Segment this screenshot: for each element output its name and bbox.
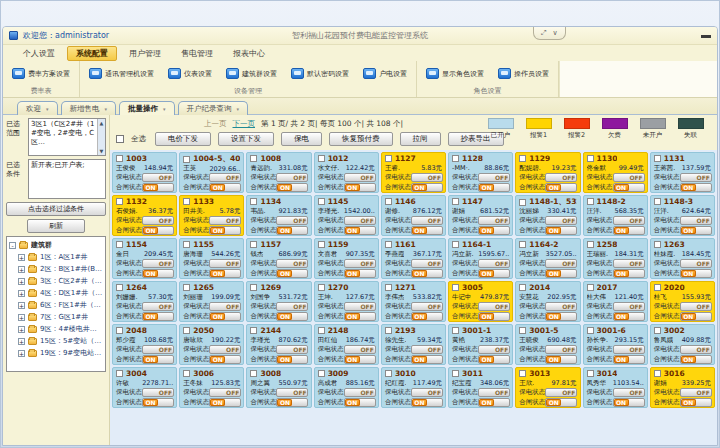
close-status-toggle[interactable]: ON: [411, 269, 443, 278]
tab-dropdown-icon[interactable]: ▾: [105, 106, 108, 112]
supply-status-toggle[interactable]: OFF: [276, 259, 308, 268]
ribbon-button-默认密码设置[interactable]: 默认密码设置: [288, 66, 352, 81]
close-status-toggle[interactable]: ON: [344, 269, 376, 278]
supply-status-toggle[interactable]: OFF: [680, 173, 712, 182]
expand-icon[interactable]: +: [18, 350, 25, 357]
close-status-toggle[interactable]: ON: [680, 312, 712, 321]
card-checkbox[interactable]: [519, 370, 526, 377]
ribbon-button-费率方案设置[interactable]: 费率方案设置: [9, 66, 73, 81]
supply-status-toggle[interactable]: OFF: [478, 345, 510, 354]
card-checkbox[interactable]: [183, 284, 190, 291]
supply-status-toggle[interactable]: OFF: [478, 259, 510, 268]
close-status-toggle[interactable]: ON: [276, 226, 308, 235]
close-status-toggle[interactable]: ON: [613, 398, 645, 407]
supply-status-toggle[interactable]: OFF: [478, 173, 510, 182]
card-checkbox[interactable]: [385, 198, 392, 205]
expand-icon[interactable]: +: [18, 266, 25, 273]
tab-开户纪录查询[interactable]: 开户纪录查询▾: [178, 101, 249, 115]
supply-status-toggle[interactable]: OFF: [545, 345, 577, 354]
close-status-toggle[interactable]: ON: [613, 226, 645, 235]
close-status-toggle[interactable]: ON: [478, 226, 510, 235]
supply-status-toggle[interactable]: OFF: [680, 302, 712, 311]
supply-status-toggle[interactable]: OFF: [344, 173, 376, 182]
supply-status-toggle[interactable]: OFF: [209, 302, 241, 311]
select-all-checkbox[interactable]: [116, 135, 124, 143]
close-status-toggle[interactable]: ON: [209, 226, 241, 235]
card-checkbox[interactable]: [318, 284, 325, 291]
card-checkbox[interactable]: [318, 241, 325, 248]
quick-access-toolbar[interactable]: ⤢ ∨: [533, 27, 566, 40]
close-status-toggle[interactable]: ON: [478, 398, 510, 407]
card-checkbox[interactable]: [318, 155, 325, 162]
supply-status-toggle[interactable]: OFF: [276, 388, 308, 397]
close-status-toggle[interactable]: ON: [680, 355, 712, 364]
card-checkbox[interactable]: [318, 370, 325, 377]
close-status-toggle[interactable]: ON: [411, 183, 443, 192]
scroll-down-icon[interactable]: ▼: [100, 148, 104, 154]
card-checkbox[interactable]: [587, 198, 594, 205]
supply-status-toggle[interactable]: OFF: [411, 302, 443, 311]
next-page-link[interactable]: 下一页: [233, 119, 256, 129]
card-checkbox[interactable]: [654, 327, 661, 334]
tree-item[interactable]: +9区：4#楼电井（4#楼…: [9, 323, 103, 335]
choose-filter-button[interactable]: 点击选择过滤条件: [6, 202, 106, 216]
card-checkbox[interactable]: [587, 327, 594, 334]
supply-status-toggle[interactable]: OFF: [680, 216, 712, 225]
menu-item-售电管理[interactable]: 售电管理: [173, 47, 221, 60]
supply-status-toggle[interactable]: OFF: [545, 259, 577, 268]
close-status-toggle[interactable]: ON: [680, 226, 712, 235]
close-status-toggle[interactable]: ON: [680, 269, 712, 278]
expand-icon[interactable]: +: [18, 290, 25, 297]
close-status-toggle[interactable]: ON: [209, 398, 241, 407]
close-status-toggle[interactable]: ON: [613, 183, 645, 192]
close-status-toggle[interactable]: ON: [545, 355, 577, 364]
ribbon-button-显示角色设置[interactable]: 显示角色设置: [423, 66, 487, 81]
card-checkbox[interactable]: [519, 241, 526, 248]
supply-status-toggle[interactable]: OFF: [142, 345, 174, 354]
close-status-toggle[interactable]: ON: [142, 183, 174, 192]
card-checkbox[interactable]: [654, 198, 661, 205]
expand-icon[interactable]: +: [18, 302, 25, 309]
card-checkbox[interactable]: [385, 241, 392, 248]
supply-status-toggle[interactable]: OFF: [613, 259, 645, 268]
tree-item[interactable]: +2区：B区1#井(B区1#…: [9, 263, 103, 275]
action-button-恢复预付费[interactable]: 恢复预付费: [329, 132, 393, 146]
card-checkbox[interactable]: [250, 327, 257, 334]
supply-status-toggle[interactable]: OFF: [613, 302, 645, 311]
supply-status-toggle[interactable]: OFF: [613, 173, 645, 182]
close-status-toggle[interactable]: ON: [209, 183, 241, 192]
supply-status-toggle[interactable]: OFF: [680, 259, 712, 268]
supply-status-toggle[interactable]: OFF: [209, 216, 241, 225]
supply-status-toggle[interactable]: OFF: [276, 302, 308, 311]
supply-status-toggle[interactable]: OFF: [613, 216, 645, 225]
selected-condition-listbox[interactable]: 新开表;已开户表;: [28, 159, 106, 199]
close-status-toggle[interactable]: ON: [478, 183, 510, 192]
action-button-拉闸[interactable]: 拉闸: [400, 132, 441, 146]
card-checkbox[interactable]: [116, 327, 123, 334]
card-checkbox[interactable]: [452, 370, 459, 377]
tree-item[interactable]: +15区：5#变站（3#变…: [9, 335, 103, 347]
tree-item[interactable]: +1区：A区1#井: [9, 251, 103, 263]
card-checkbox[interactable]: [519, 327, 526, 334]
ribbon-button-仪表设置[interactable]: 仪表设置: [165, 66, 215, 81]
supply-status-toggle[interactable]: OFF: [411, 388, 443, 397]
close-status-toggle[interactable]: ON: [478, 269, 510, 278]
supply-status-toggle[interactable]: OFF: [478, 302, 510, 311]
card-checkbox[interactable]: [587, 370, 594, 377]
close-status-toggle[interactable]: ON: [680, 398, 712, 407]
ribbon-button-建筑群设置[interactable]: 建筑群设置: [223, 66, 280, 81]
ribbon-button-户电设置[interactable]: 户电设置: [360, 66, 410, 81]
supply-status-toggle[interactable]: OFF: [680, 345, 712, 354]
action-button-电价下发[interactable]: 电价下发: [155, 132, 211, 146]
close-status-toggle[interactable]: ON: [411, 355, 443, 364]
supply-status-toggle[interactable]: OFF: [478, 216, 510, 225]
card-checkbox[interactable]: [654, 241, 661, 248]
expand-icon[interactable]: +: [18, 314, 25, 321]
selected-range-listbox[interactable]: 3区1（C区2#井（1#变电，2#变电，C区… ▲ ▼: [28, 118, 106, 156]
tab-dropdown-icon[interactable]: ▾: [46, 106, 49, 112]
supply-status-toggle[interactable]: OFF: [545, 388, 577, 397]
tab-dropdown-icon[interactable]: ▾: [237, 106, 240, 112]
supply-status-toggle[interactable]: OFF: [142, 388, 174, 397]
close-status-toggle[interactable]: ON: [276, 312, 308, 321]
expand-icon[interactable]: +: [18, 338, 25, 345]
